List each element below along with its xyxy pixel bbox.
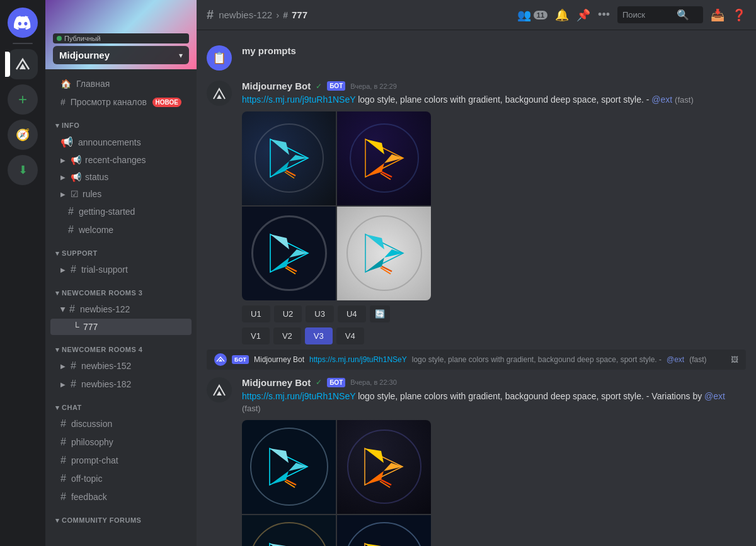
channel-feedback[interactable]: # feedback: [50, 488, 192, 506]
main-area: # newbies-122 › # 777 👥 11 🔔 📌 ••• 🔍 📥 ❓: [197, 0, 756, 546]
notif-link[interactable]: https://s.mj.run/j9tuRh1NSeY: [309, 355, 407, 364]
channel-newbies-122[interactable]: ▶ # newbies-122: [50, 300, 192, 318]
channel-status[interactable]: ▶ 📢 status: [50, 169, 192, 185]
rules-icon: ☑: [71, 189, 79, 199]
search-bar[interactable]: 🔍: [617, 6, 703, 23]
collapse-icon: ▶: [60, 307, 67, 312]
svg-marker-32: [384, 463, 403, 471]
mention-2: @ext: [704, 391, 725, 401]
hash-icon: #: [68, 224, 74, 236]
avatar-my-prompts: 📋: [207, 45, 232, 71]
discord-server-icon[interactable]: [8, 8, 38, 38]
members-badge: 11: [534, 11, 547, 20]
megaphone-icon: 📢: [71, 155, 81, 165]
image-cell-2-1[interactable]: [242, 420, 336, 514]
svg-marker-21: [365, 234, 384, 249]
midjourney-server-icon[interactable]: [8, 49, 38, 79]
svg-marker-1: [270, 161, 289, 177]
image-cell-2-2[interactable]: [337, 420, 431, 514]
image-cell-2-4[interactable]: [337, 515, 431, 546]
hash-icon: #: [60, 436, 66, 448]
explore-servers-button[interactable]: 🧭: [8, 120, 38, 150]
channel-recent-changes[interactable]: ▶ 📢 recent-changes: [50, 152, 192, 168]
message-content-my-prompts: my prompts: [242, 45, 746, 71]
help-button[interactable]: ❓: [732, 8, 746, 22]
pin-button[interactable]: 📌: [576, 8, 590, 22]
channel-rules[interactable]: ▶ ☑ rules: [50, 186, 192, 202]
sidebar-nav-browse[interactable]: # Просмотр каналов НОВОЕ: [50, 93, 192, 111]
variation-4-button[interactable]: V4: [336, 327, 364, 344]
message-time-1: Вчера, в 22:29: [350, 82, 397, 90]
sub-hash-icon: #: [283, 10, 288, 20]
svg-marker-9: [365, 139, 384, 154]
home-icon: 🏠: [60, 79, 71, 89]
refresh-button[interactable]: 🔄: [370, 305, 390, 322]
hash-icon: #: [60, 418, 66, 429]
channel-philosophy[interactable]: # philosophy: [50, 433, 192, 451]
svg-marker-45: [365, 543, 384, 546]
notif-mention: @ext: [667, 355, 684, 364]
breadcrumb-current: 777: [292, 9, 307, 20]
image-cell-1-3[interactable]: [242, 207, 336, 300]
message-link-1[interactable]: https://s.mj.run/j9tuRh1NSeY: [242, 94, 355, 105]
bot-badge-1: БОТ: [327, 81, 345, 91]
image-cell-1-1[interactable]: [242, 111, 336, 205]
message-time-2: Вчера, в 22:30: [350, 378, 397, 386]
image-cell-2-3[interactable]: [242, 515, 336, 546]
bot-badge-2: БОТ: [327, 378, 345, 387]
message-content-bot-1: Midjourney Bot ✓ БОТ Вчера, в 22:29 http…: [242, 81, 746, 344]
channel-newbies-182[interactable]: ▶ # newbies-182: [50, 375, 192, 393]
hash-icon: #: [60, 473, 66, 484]
variation-1-button[interactable]: V1: [242, 327, 270, 344]
channel-discussion[interactable]: # discussion: [50, 415, 192, 433]
avatar-bot-1: [207, 81, 232, 106]
upscale-1-button[interactable]: U1: [242, 305, 270, 322]
inbox-button[interactable]: 📥: [711, 8, 724, 22]
message-link-2[interactable]: https://s.mj.run/j9tuRh1NSeY: [242, 391, 355, 401]
upscale-4-button[interactable]: U4: [338, 305, 366, 322]
image-grid-2: [242, 420, 431, 546]
category-support: ▾ SUPPORT: [45, 239, 197, 260]
channel-off-topic[interactable]: # off-topic: [50, 470, 192, 487]
message-text-2: https://s.mj.run/j9tuRh1NSeY logo style,…: [242, 390, 746, 415]
server-header: Публичный Midjourney ▾: [45, 0, 197, 69]
message-header-my-prompts: my prompts: [242, 45, 746, 56]
svg-marker-8: [384, 154, 403, 163]
hash-icon: #: [68, 206, 74, 217]
upscale-3-button[interactable]: U3: [306, 305, 334, 322]
server-name-dropdown[interactable]: Midjourney ▾: [53, 46, 189, 64]
expand-icon: ▶: [60, 174, 66, 181]
author-bot-1: Midjourney Bot: [242, 81, 311, 91]
sidebar-nav-home[interactable]: 🏠 Главная: [50, 75, 192, 93]
channel-announcements[interactable]: 📢 announcements: [50, 133, 192, 151]
icon-bar-divider: [13, 43, 33, 44]
channel-prompt-chat[interactable]: # prompt-chat: [50, 452, 192, 469]
category-newcomer4: ▾ NEWCOMER ROOMS 4: [45, 336, 197, 356]
category-community: ▾ COMMUNITY FORUMS: [45, 506, 197, 527]
image-cell-1-2[interactable]: [337, 111, 431, 205]
more-options-button[interactable]: •••: [598, 8, 610, 21]
variation-3-button[interactable]: V3: [305, 327, 333, 344]
chevron-down-icon: ▾: [179, 51, 183, 60]
expand-icon: ▶: [60, 381, 66, 388]
icon-bar: + 🧭 ⬇: [0, 0, 45, 546]
channel-getting-started[interactable]: # getting-started: [50, 203, 192, 220]
notif-fast: (fast): [689, 355, 706, 364]
inline-notification: БОТ Midjourney Bot https://s.mj.run/j9tu…: [207, 350, 746, 370]
channel-777[interactable]: └ 777: [50, 319, 192, 335]
upscale-2-button[interactable]: U2: [274, 305, 302, 322]
svg-marker-20: [384, 249, 403, 258]
add-server-button[interactable]: +: [8, 84, 38, 115]
channel-welcome[interactable]: # welcome: [50, 221, 192, 239]
channel-newbies-152[interactable]: ▶ # newbies-152: [50, 357, 192, 375]
image-cell-1-4[interactable]: [337, 207, 431, 300]
hash-icon: #: [60, 455, 66, 466]
notification-button[interactable]: 🔔: [555, 8, 569, 22]
download-apps-button[interactable]: ⬇: [8, 155, 38, 185]
expand-icon: ▶: [60, 157, 66, 164]
variation-2-button[interactable]: V2: [273, 327, 301, 344]
channel-trial-support[interactable]: ▶ # trial-support: [50, 261, 192, 278]
hash-icon: #: [71, 378, 76, 390]
search-input[interactable]: [622, 10, 673, 20]
server-name-label: Midjourney: [59, 50, 110, 60]
